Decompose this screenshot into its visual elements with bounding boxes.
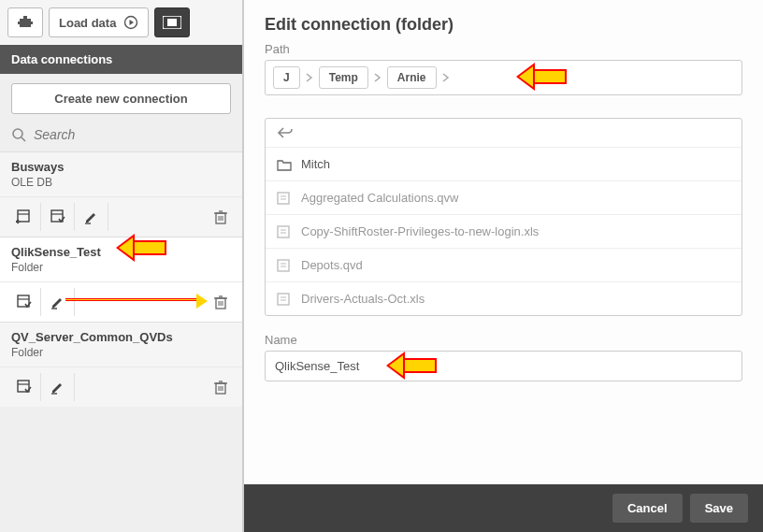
trash-icon <box>214 295 227 309</box>
path-segment[interactable]: Temp <box>319 66 368 89</box>
select-data-button[interactable] <box>7 288 41 316</box>
file-icon <box>277 259 292 272</box>
svg-rect-0 <box>20 19 31 27</box>
file-name: Mitch <box>301 157 330 171</box>
connection-title: QlikSense_Test <box>11 245 101 259</box>
connection-title: Busways <box>11 160 64 174</box>
connection-item: Busways OLE DB <box>0 151 242 237</box>
puzzle-icon <box>17 14 34 31</box>
debug-button[interactable] <box>7 7 43 37</box>
connection-item: QV_Server_Common_QVDs Folder <box>0 322 242 407</box>
delete-connection-button[interactable] <box>207 373 235 401</box>
file-name: Aggregated Calculations.qvw <box>301 191 458 205</box>
trash-icon <box>214 380 227 395</box>
table-check-icon <box>50 209 66 224</box>
edit-connection-button[interactable] <box>75 203 108 231</box>
delete-connection-button[interactable] <box>207 203 235 231</box>
file-browser: Mitch Aggregated Calculations.qvw Copy-S… <box>265 118 742 316</box>
sidebar-header: Data connections <box>0 45 242 74</box>
svg-rect-48 <box>278 294 289 305</box>
svg-rect-45 <box>278 260 289 271</box>
file-row: Copy-ShiftRoster-Privileges-to-new-login… <box>266 215 741 249</box>
toolbar: Load data <box>0 0 242 45</box>
svg-rect-39 <box>278 193 289 204</box>
svg-rect-1 <box>23 16 27 19</box>
folder-row[interactable]: Mitch <box>266 148 741 181</box>
table-check-icon <box>16 380 33 395</box>
search-icon <box>11 127 26 142</box>
file-row: Aggregated Calculations.qvw <box>266 181 741 215</box>
file-row: Depots.qvd <box>266 249 741 282</box>
svg-marker-5 <box>130 20 135 25</box>
load-data-button[interactable]: Load data <box>49 7 149 37</box>
left-panel: Load data Data connections Create new co… <box>0 0 243 532</box>
path-segment[interactable]: Arnie <box>387 66 437 89</box>
delete-connection-button[interactable] <box>207 288 235 316</box>
table-check-icon <box>16 295 33 309</box>
connection-subtype: Folder <box>0 344 242 367</box>
table-arrow-icon <box>16 209 33 224</box>
connection-subtype: Folder <box>0 259 242 281</box>
file-icon <box>277 225 292 238</box>
svg-point-8 <box>13 129 22 138</box>
play-icon <box>123 15 138 30</box>
connection-subtype: OLE DB <box>0 174 242 196</box>
annotation-arrow <box>65 298 196 301</box>
svg-rect-21 <box>18 295 29 307</box>
annotation-arrow <box>516 63 567 91</box>
cancel-button[interactable]: Cancel <box>612 494 683 523</box>
dialog-footer: Cancel Save <box>244 484 763 532</box>
file-name: Copy-ShiftRoster-Privileges-to-new-login… <box>301 224 539 238</box>
load-data-label: Load data <box>59 16 116 30</box>
chevron-right-icon <box>442 73 450 82</box>
connection-item: QlikSense_Test Folder <box>0 237 242 322</box>
file-icon <box>277 192 292 205</box>
folder-icon <box>277 158 292 171</box>
create-connection-button[interactable]: Create new connection <box>11 83 231 114</box>
svg-rect-30 <box>18 381 29 392</box>
name-label: Name <box>265 333 742 347</box>
save-button[interactable]: Save <box>690 494 748 523</box>
file-name: Drivers-Actuals-Oct.xls <box>301 292 425 306</box>
svg-rect-3 <box>31 22 33 24</box>
back-button[interactable] <box>266 119 741 148</box>
panel-toggle-button[interactable] <box>154 7 190 37</box>
svg-line-9 <box>22 137 25 141</box>
right-panel: Edit connection (folder) Path J Temp Arn… <box>243 0 763 532</box>
trash-icon <box>214 209 227 224</box>
select-data-button[interactable] <box>41 203 75 231</box>
path-label: Path <box>265 42 742 56</box>
dialog-title: Edit connection (folder) <box>265 15 742 35</box>
chevron-right-icon <box>374 73 382 82</box>
pencil-icon <box>50 295 65 309</box>
file-icon <box>277 293 292 306</box>
path-segment[interactable]: J <box>273 66 300 89</box>
connection-title: QV_Server_Common_QVDs <box>11 330 173 344</box>
pencil-icon <box>84 209 99 224</box>
svg-rect-10 <box>18 210 29 222</box>
svg-rect-7 <box>167 19 177 26</box>
search-row <box>0 120 242 151</box>
file-name: Depots.qvd <box>301 258 363 272</box>
connection-name-input[interactable] <box>265 351 742 381</box>
svg-rect-2 <box>18 22 20 24</box>
svg-rect-12 <box>51 210 63 222</box>
panel-icon <box>163 16 181 29</box>
chevron-right-icon <box>306 73 313 82</box>
edit-connection-button[interactable] <box>41 288 75 316</box>
insert-script-button[interactable] <box>7 203 41 231</box>
file-row: Drivers-Actuals-Oct.xls <box>266 282 741 315</box>
edit-connection-button[interactable] <box>41 373 75 401</box>
path-bar[interactable]: J Temp Arnie <box>265 60 742 95</box>
select-data-button[interactable] <box>7 373 41 401</box>
svg-rect-42 <box>278 226 289 237</box>
annotation-arrow <box>116 234 166 262</box>
pencil-icon <box>50 380 65 395</box>
back-arrow-icon <box>277 126 294 139</box>
sidebar-search-input[interactable] <box>34 127 231 142</box>
